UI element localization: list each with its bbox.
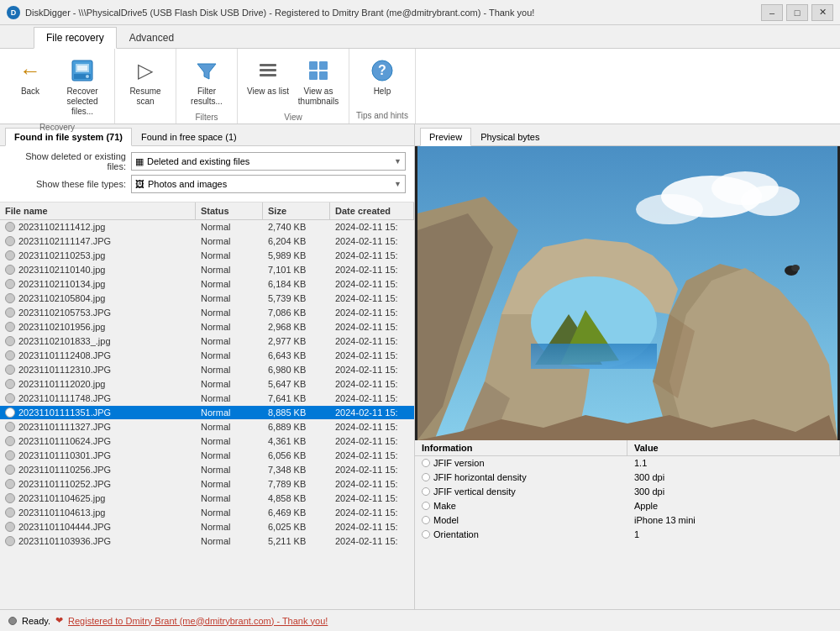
tab-preview[interactable]: Preview (420, 128, 471, 146)
table-row[interactable]: 20231102110134.jpgNormal6,184 KB2024-02-… (0, 277, 414, 292)
recover-button[interactable]: Recover selected files... (57, 54, 108, 120)
table-row[interactable]: 20231102101956.jpgNormal2,968 KB2024-02-… (0, 320, 414, 334)
file-status: Normal (196, 377, 263, 392)
table-row[interactable]: 20231101112310.JPGNormal6,980 KB2024-02-… (0, 363, 414, 377)
recover-label: Recover selected files... (59, 87, 106, 117)
view-list-button[interactable]: View as list (244, 54, 291, 100)
file-icon (5, 350, 15, 360)
close-button[interactable]: ✕ (811, 4, 833, 21)
info-row: MakeApple (415, 499, 840, 513)
svg-rect-12 (319, 71, 328, 80)
table-row[interactable]: 20231102105804.jpgNormal5,739 KB2024-02-… (0, 292, 414, 306)
table-row[interactable]: 20231101104625.jpgNormal4,858 KB2024-02-… (0, 492, 414, 506)
table-header: File name Status Size Date created (0, 202, 414, 220)
file-size: 4,858 KB (263, 492, 330, 506)
file-name: 20231102110253.jpg (18, 250, 105, 260)
table-row[interactable]: 20231101111748.JPGNormal7,641 KB2024-02-… (0, 392, 414, 406)
back-button[interactable]: ← Back (7, 54, 54, 100)
file-date: 2024-02-11 15: (330, 520, 414, 534)
ribbon-group-view: View as list View as thumbnails View (238, 49, 349, 124)
file-size: 6,643 KB (263, 349, 330, 363)
file-icon (5, 365, 15, 375)
file-status: Normal (196, 406, 263, 420)
tab-freespace[interactable]: Found in free space (1) (132, 128, 246, 145)
table-row[interactable]: 20231101112408.JPGNormal6,643 KB2024-02-… (0, 349, 414, 363)
file-date: 2024-02-11 15: (330, 463, 414, 477)
deleted-filter-label: Show deleted or existing files: (8, 151, 126, 171)
file-date: 2024-02-11 15: (330, 234, 414, 249)
file-name: 20231101111748.JPG (18, 393, 111, 403)
file-icon (5, 308, 15, 318)
file-status: Normal (196, 320, 263, 334)
file-name: 20231102105804.jpg (18, 293, 105, 303)
registered-link[interactable]: Registered to Dmitry Brant (me@dmitrybra… (68, 616, 328, 626)
table-row[interactable]: 20231102101833_.jpgNormal2,977 KB2024-02… (0, 334, 414, 349)
table-row[interactable]: 20231101110252.JPGNormal7,789 KB2024-02-… (0, 477, 414, 492)
deleted-filter-select[interactable]: ▦ Deleted and existing files ▼ (131, 152, 406, 171)
file-status: Normal (196, 349, 263, 363)
header-filename[interactable]: File name (0, 202, 196, 219)
types-filter-icon: 🖼 (135, 179, 144, 189)
info-table-header: Information Value (415, 440, 840, 456)
file-name: 20231101104613.jpg (18, 507, 105, 518)
file-icon (5, 379, 15, 389)
table-row[interactable]: 20231101103936.JPGNormal5,211 KB2024-02-… (0, 534, 414, 549)
table-row[interactable]: 20231102110253.jpgNormal5,989 KB2024-02-… (0, 249, 414, 263)
file-date: 2024-02-11 15: (330, 392, 414, 406)
info-dot (422, 530, 430, 539)
table-row[interactable]: 20231101110624.JPGNormal4,361 KB2024-02-… (0, 434, 414, 449)
info-value: 1.1 (627, 456, 840, 470)
file-date: 2024-02-11 15: (330, 334, 414, 349)
header-size[interactable]: Size (263, 202, 330, 219)
table-row[interactable]: 20231102111412.jpgNormal2,740 KB2024-02-… (0, 220, 414, 234)
info-row: Orientation1 (415, 528, 840, 542)
table-row[interactable]: 20231101110256.JPGNormal7,348 KB2024-02-… (0, 463, 414, 477)
tab-physical-bytes[interactable]: Physical bytes (471, 128, 549, 145)
title-bar-controls: – □ ✕ (761, 4, 833, 21)
file-status: Normal (196, 220, 263, 234)
file-icon (5, 522, 15, 532)
tab-file-recovery[interactable]: File recovery (34, 27, 117, 49)
file-icon (5, 436, 15, 446)
file-icon (5, 408, 15, 418)
types-filter-row: Show these file types: 🖼 Photos and imag… (8, 175, 406, 193)
table-row[interactable]: 20231101104444.JPGNormal6,025 KB2024-02-… (0, 520, 414, 534)
table-row[interactable]: 20231102110140.jpgNormal7,101 KB2024-02-… (0, 263, 414, 277)
svg-rect-6 (260, 64, 276, 66)
restore-button[interactable]: □ (786, 4, 808, 21)
help-button[interactable]: ? Help (359, 54, 406, 100)
file-icon (5, 422, 15, 432)
info-dot (422, 473, 430, 481)
table-row[interactable]: 20231101104613.jpgNormal6,469 KB2024-02-… (0, 506, 414, 520)
info-label: JFIF version (433, 458, 485, 468)
file-date: 2024-02-11 15: (330, 277, 414, 292)
info-value: 1 (627, 528, 840, 541)
file-name: 20231101104444.JPG (18, 522, 111, 532)
table-row[interactable]: 20231101111327.JPGNormal6,889 KB2024-02-… (0, 420, 414, 434)
file-size: 8,885 KB (263, 406, 330, 420)
info-label: Make (433, 501, 456, 511)
filters-group-label: Filters (195, 110, 218, 125)
view-thumbnails-button[interactable]: View as thumbnails (295, 54, 342, 110)
tab-advanced[interactable]: Advanced (117, 27, 186, 48)
table-row[interactable]: 20231102105753.JPGNormal7,086 KB2024-02-… (0, 306, 414, 320)
types-filter-value: Photos and images (148, 179, 227, 189)
file-name: 20231102105753.JPG (18, 308, 111, 318)
table-row[interactable]: 20231101110301.JPGNormal6,056 KB2024-02-… (0, 449, 414, 463)
preview-image (415, 146, 840, 440)
svg-point-18 (741, 186, 800, 216)
types-filter-select[interactable]: 🖼 Photos and images ▼ (131, 175, 406, 193)
info-label: Orientation (433, 529, 479, 539)
info-row: JFIF horizontal density300 dpi (415, 471, 840, 485)
header-status[interactable]: Status (196, 202, 263, 219)
table-row[interactable]: 20231101111351.JPGNormal8,885 KB2024-02-… (0, 406, 414, 420)
table-row[interactable]: 20231102111147.JPGNormal6,204 KB2024-02-… (0, 234, 414, 249)
table-row[interactable]: 20231101112020.jpgNormal5,647 KB2024-02-… (0, 377, 414, 392)
header-date[interactable]: Date created (330, 202, 414, 219)
file-icon (5, 222, 15, 232)
resume-scan-button[interactable]: ▷ Resume scan (122, 54, 169, 110)
minimize-button[interactable]: – (761, 4, 783, 21)
filter-button[interactable]: Filter results... (183, 54, 230, 110)
info-label: Model (433, 515, 459, 525)
table-body: 20231102111412.jpgNormal2,740 KB2024-02-… (0, 220, 414, 609)
